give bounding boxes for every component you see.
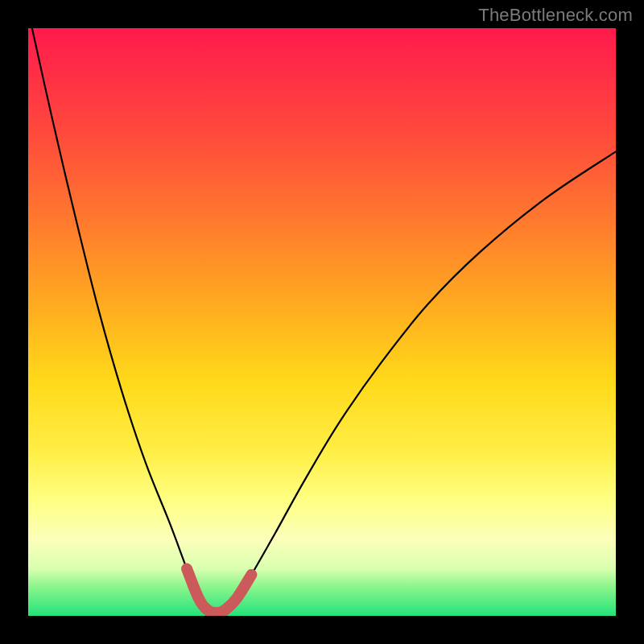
bottleneck-curve	[28, 28, 616, 613]
watermark-text: TheBottleneck.com	[478, 5, 633, 26]
chart-area	[28, 28, 616, 616]
highlight-band	[187, 569, 251, 613]
chart-svg	[28, 28, 616, 616]
